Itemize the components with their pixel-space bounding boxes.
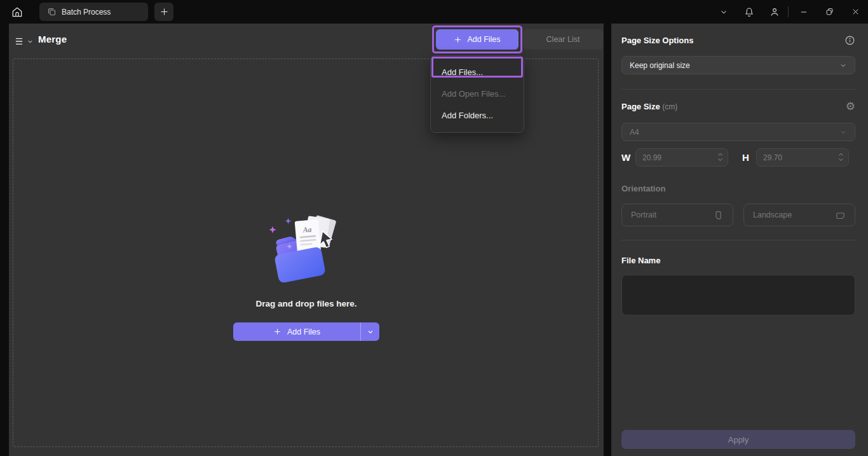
file-name-title: File Name (621, 256, 660, 265)
apply-button: Apply (621, 430, 855, 449)
width-input (635, 148, 728, 167)
add-files-button[interactable]: Add Files (436, 29, 519, 50)
portrait-button: Portrait (621, 204, 733, 226)
page-size-preset-select: A4 (621, 123, 855, 141)
menu-item-add-open-files: Add Open Files... (431, 83, 524, 104)
titlebar-dropdown-button[interactable] (712, 0, 736, 24)
titlebar: Batch Process (0, 0, 868, 24)
account-button[interactable] (763, 0, 787, 24)
divider (621, 240, 855, 240)
home-button[interactable] (6, 2, 28, 22)
plus-icon (273, 328, 281, 336)
main-panel: Merge Add Files Clear List (9, 24, 604, 456)
landscape-button: Landscape (743, 204, 855, 226)
portrait-page-icon (713, 210, 724, 221)
dropzone-hint: Drag and drop files here. (255, 299, 356, 308)
add-files-button-label: Add Files (467, 35, 500, 44)
page-size-options-select[interactable]: Keep original size (621, 56, 855, 74)
page-size-unit: (cm) (662, 102, 677, 111)
bell-icon (743, 6, 755, 18)
close-icon (851, 7, 860, 17)
info-icon[interactable] (844, 35, 855, 46)
close-button[interactable] (843, 0, 868, 24)
height-input (756, 148, 849, 167)
svg-text:Aa: Aa (302, 225, 312, 234)
orientation-title: Orientation (621, 184, 665, 193)
divider (621, 89, 855, 90)
chevron-down-icon (719, 8, 728, 17)
landscape-label: Landscape (753, 211, 792, 219)
add-files-split-main[interactable]: Add Files (233, 322, 360, 341)
add-files-menu: Add Files... Add Open Files... Add Folde… (430, 55, 524, 133)
page-size-title: Page Size (cm) (621, 102, 677, 111)
hamburger-icon (14, 37, 24, 46)
clear-list-button[interactable]: Clear List (523, 29, 603, 50)
tab-batch-process[interactable]: Batch Process (39, 3, 148, 21)
height-stepper (838, 153, 844, 162)
minimize-button[interactable] (792, 0, 816, 24)
page-size-options-value: Keep original size (630, 61, 690, 70)
page-size-options-title: Page Size Options (621, 36, 693, 45)
add-files-split-label: Add Files (287, 328, 320, 336)
page-title: Merge (38, 34, 67, 45)
restore-button[interactable] (817, 0, 841, 24)
new-tab-button[interactable] (154, 3, 173, 21)
apply-button-label: Apply (728, 435, 749, 445)
menu-item-add-folders[interactable]: Add Folders... (431, 104, 524, 126)
height-label: H (742, 152, 756, 163)
home-icon (11, 6, 24, 18)
portrait-label: Portrait (631, 211, 656, 219)
width-label: W (621, 152, 635, 163)
menu-item-add-files[interactable]: Add Files... (431, 61, 524, 83)
plus-icon (454, 36, 462, 44)
app-window: Batch Process (0, 0, 868, 456)
add-files-split-arrow[interactable] (360, 322, 379, 341)
batch-icon (47, 7, 57, 17)
add-files-split-button[interactable]: Add Files (233, 322, 379, 341)
chevron-down-icon (839, 128, 847, 136)
person-icon (769, 6, 780, 18)
titlebar-separator (788, 6, 789, 17)
clear-list-button-label: Clear List (546, 35, 580, 44)
chevron-down-icon (839, 62, 847, 69)
restore-icon (825, 7, 834, 17)
dropzone-content: Aa Drag and drop files here. (13, 215, 599, 341)
gear-icon: ⚙ (846, 101, 855, 112)
file-name-input[interactable] (621, 275, 855, 315)
plus-icon (159, 7, 169, 17)
folder-files-illustration: Aa (269, 215, 344, 282)
page-size-preset-value: A4 (630, 128, 639, 137)
landscape-page-icon (835, 210, 846, 221)
tab-title: Batch Process (62, 8, 111, 17)
width-stepper (717, 153, 723, 162)
chevron-down-icon (27, 38, 34, 45)
chevron-down-icon (367, 328, 374, 336)
minimize-icon (799, 8, 808, 17)
merge-menu-toggle[interactable] (14, 34, 39, 49)
settings-panel: Page Size Options Keep original size Pag… (611, 24, 868, 456)
notifications-button[interactable] (737, 0, 761, 24)
